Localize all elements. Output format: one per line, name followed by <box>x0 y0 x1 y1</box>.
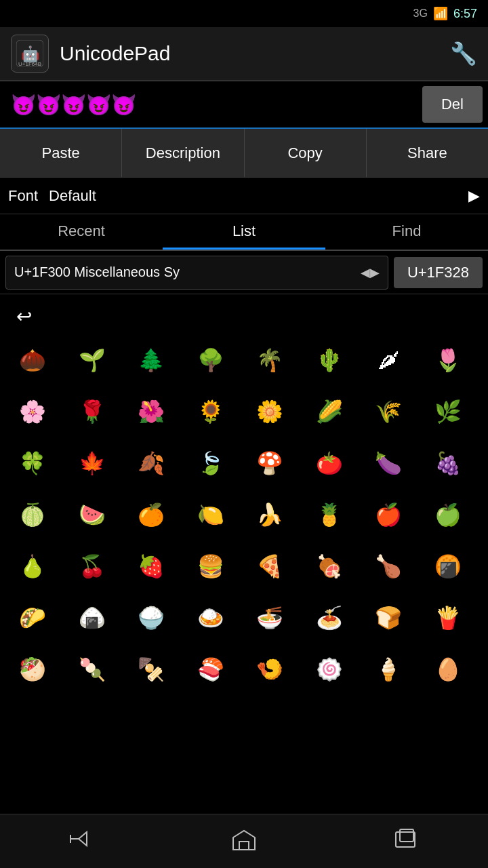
text-input[interactable] <box>5 90 422 119</box>
emoji-cell[interactable]: 🌴 <box>245 336 294 384</box>
codepoint-badge[interactable]: U+1F328 <box>394 257 483 288</box>
emoji-cell[interactable]: 🍥 <box>305 645 354 694</box>
emoji-cell[interactable]: 🌸 <box>8 387 57 436</box>
emoji-cell[interactable]: 🍔 <box>186 542 235 591</box>
emoji-cell[interactable]: 🍎 <box>364 490 413 539</box>
emoji-cell[interactable]: 🍃 <box>186 439 235 488</box>
paste-button[interactable]: Paste <box>0 129 122 177</box>
top-arrow: ↩ <box>5 300 483 333</box>
del-button[interactable]: Del <box>422 86 483 123</box>
emoji-cell[interactable]: 🍝 <box>305 593 354 642</box>
emoji-cell[interactable]: 🍘 <box>424 542 472 591</box>
emoji-cell[interactable]: 🥙 <box>8 645 57 694</box>
emoji-cell[interactable]: 🍢 <box>127 645 176 694</box>
title-bar: 🤖 U+1F64B UnicodePad 🔧 <box>0 27 488 81</box>
emoji-cell[interactable]: 🍄 <box>245 439 294 488</box>
emoji-cell[interactable]: 🍆 <box>364 439 413 488</box>
emoji-cell[interactable]: 🌷 <box>424 336 472 384</box>
emoji-cell[interactable]: 🍡 <box>68 645 117 694</box>
home-button[interactable] <box>228 825 260 858</box>
network-type: 3G <box>413 7 428 20</box>
emoji-cell[interactable]: 🌻 <box>186 387 235 436</box>
emoji-cell[interactable]: 🍣 <box>186 645 235 694</box>
emoji-cell[interactable]: 🍗 <box>364 542 413 591</box>
emoji-cell[interactable]: 🍒 <box>68 542 117 591</box>
svg-rect-4 <box>396 832 415 847</box>
emoji-cell[interactable]: 🍍 <box>305 490 354 539</box>
emoji-cell[interactable]: 🌹 <box>68 387 117 436</box>
font-label: Font <box>8 187 38 205</box>
emoji-cell[interactable]: 🍚 <box>127 593 176 642</box>
emoji-area: ↩ 🌰🌱🌲🌳🌴🌵🌶🌷🌸🌹🌺🌻🌼🌽🌾🌿🍀🍁🍂🍃🍄🍅🍆🍇🍈🍉🍊🍋🍌🍍🍎🍏🍐🍒🍓🍔🍕🍖… <box>0 294 488 814</box>
emoji-cell[interactable]: 🍖 <box>305 542 354 591</box>
emoji-cell[interactable]: 🍏 <box>424 490 472 539</box>
emoji-cell[interactable]: 🍟 <box>424 593 472 642</box>
copy-button[interactable]: Copy <box>245 129 367 177</box>
action-buttons: Paste Description Copy Share <box>0 129 488 178</box>
emoji-cell[interactable]: 🌺 <box>127 387 176 436</box>
emoji-cell[interactable]: 🌾 <box>364 387 413 436</box>
tab-find[interactable]: Find <box>325 214 488 250</box>
emoji-cell[interactable]: 🌰 <box>8 336 57 384</box>
tab-recent[interactable]: Recent <box>0 214 163 250</box>
input-area: Del <box>0 81 488 129</box>
emoji-cell[interactable]: 🌱 <box>68 336 117 384</box>
emoji-cell[interactable]: 🍕 <box>245 542 294 591</box>
battery-icon: 6:57 <box>453 7 477 21</box>
emoji-cell[interactable]: 🍛 <box>186 593 235 642</box>
block-selector-row: U+1F300 Miscellaneous Sy ◀▶ U+1F328 <box>0 251 488 294</box>
emoji-cell[interactable]: 🍜 <box>245 593 294 642</box>
share-button[interactable]: Share <box>367 129 488 177</box>
emoji-cell[interactable]: 🍀 <box>8 439 57 488</box>
block-dropdown[interactable]: U+1F300 Miscellaneous Sy ◀▶ <box>5 256 388 290</box>
emoji-cell[interactable]: 🌼 <box>245 387 294 436</box>
emoji-cell[interactable]: 🌵 <box>305 336 354 384</box>
signal-icon: 📶 <box>433 6 448 21</box>
description-button[interactable]: Description <box>122 129 244 177</box>
emoji-cell[interactable]: 🍉 <box>68 490 117 539</box>
emoji-cell[interactable]: 🌿 <box>424 387 472 436</box>
emoji-cell[interactable]: 🍓 <box>127 542 176 591</box>
svg-rect-5 <box>400 829 413 842</box>
tab-list[interactable]: List <box>163 214 325 250</box>
emoji-cell[interactable]: 🥚 <box>424 645 472 694</box>
emoji-cell[interactable]: 🍅 <box>305 439 354 488</box>
emoji-cell[interactable]: 🌲 <box>127 336 176 384</box>
recents-button[interactable] <box>390 825 423 858</box>
svg-text:U+1F64B: U+1F64B <box>18 61 41 67</box>
emoji-cell[interactable]: 🌳 <box>186 336 235 384</box>
emoji-cell[interactable]: 🍋 <box>186 490 235 539</box>
emoji-cell[interactable]: 🍌 <box>245 490 294 539</box>
emoji-cell[interactable]: 🍦 <box>364 645 413 694</box>
app-title: UnicodePad <box>60 42 450 65</box>
emoji-cell[interactable]: 🍤 <box>245 645 294 694</box>
emoji-cell[interactable]: 🌮 <box>8 593 57 642</box>
emoji-cell[interactable]: 🍞 <box>364 593 413 642</box>
emoji-cell[interactable]: 🍇 <box>424 439 472 488</box>
emoji-grid: 🌰🌱🌲🌳🌴🌵🌶🌷🌸🌹🌺🌻🌼🌽🌾🌿🍀🍁🍂🍃🍄🍅🍆🍇🍈🍉🍊🍋🍌🍍🍎🍏🍐🍒🍓🍔🍕🍖🍗🍘… <box>5 333 483 696</box>
emoji-cell[interactable]: 🍈 <box>8 490 57 539</box>
font-dropdown-arrow: ▶ <box>468 187 480 205</box>
emoji-cell[interactable]: 🌶 <box>364 336 413 384</box>
svg-text:🤖: 🤖 <box>21 45 40 63</box>
emoji-cell[interactable]: 🍂 <box>127 439 176 488</box>
font-row: Font Default ▶ <box>0 178 488 214</box>
settings-icon[interactable]: 🔧 <box>450 41 477 66</box>
font-selected: Default <box>49 187 468 205</box>
emoji-cell[interactable]: 🌽 <box>305 387 354 436</box>
app-icon: 🤖 U+1F64B <box>11 35 49 73</box>
emoji-cell[interactable]: 🍙 <box>68 593 117 642</box>
font-selector[interactable]: Default ▶ <box>49 187 480 205</box>
block-dropdown-arrows: ◀▶ <box>361 265 380 280</box>
status-bar: 3G 📶 6:57 <box>0 0 488 27</box>
emoji-cell[interactable]: 🍊 <box>127 490 176 539</box>
back-button[interactable] <box>65 828 98 855</box>
tabs: Recent List Find <box>0 214 488 251</box>
emoji-cell[interactable]: 🍐 <box>8 542 57 591</box>
nav-bar <box>0 814 488 868</box>
svg-rect-3 <box>239 842 249 850</box>
block-dropdown-text: U+1F300 Miscellaneous Sy <box>14 264 361 280</box>
emoji-cell[interactable]: 🍁 <box>68 439 117 488</box>
